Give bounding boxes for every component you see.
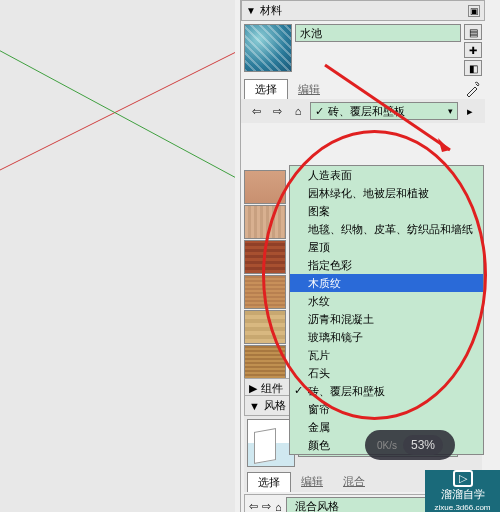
watermark-url: zixue.3d66.com [434, 503, 490, 512]
category-menu-item[interactable]: 屋顶 [290, 238, 483, 256]
tab-edit[interactable]: 编辑 [288, 80, 330, 99]
material-swatch[interactable] [244, 24, 292, 72]
style-thumbnail[interactable] [247, 419, 295, 467]
material-thumb[interactable] [244, 275, 286, 309]
style-tab-edit[interactable]: 编辑 [291, 472, 333, 492]
play-icon: ▷ [453, 470, 473, 487]
speed-label: 0K/s [377, 440, 397, 451]
category-menu-item[interactable]: 砖、覆层和壁板 [290, 382, 483, 400]
bottom-nav-back-icon[interactable]: ⇦ [249, 500, 258, 512]
styles-title: 风格 [264, 398, 286, 413]
category-menu-item[interactable]: 沥青和混凝土 [290, 310, 483, 328]
materials-title: 材料 [260, 3, 282, 18]
bottom-home-icon[interactable]: ⌂ [275, 501, 282, 513]
collapse-arrow-icon: ▶ [249, 382, 257, 395]
category-menu-item[interactable]: 人造表面 [290, 166, 483, 184]
material-thumb[interactable] [244, 240, 286, 274]
category-menu-item[interactable]: 地毯、织物、皮革、纺织品和墙纸 [290, 220, 483, 238]
material-tabs: 选择 编辑 [241, 79, 485, 99]
collapse-arrow-icon: ▼ [249, 400, 260, 412]
materials-panel-header[interactable]: ▼ 材料 ▣ [241, 0, 485, 21]
check-icon: ✓ [315, 105, 324, 118]
set-default-icon[interactable]: ◧ [464, 60, 482, 76]
bottom-nav-fwd-icon[interactable]: ⇨ [262, 500, 271, 512]
category-menu-item[interactable]: 窗帘 [290, 400, 483, 418]
material-nav-row: ⇦ ⇨ ⌂ ✓ 砖、覆层和壁板 ▾ ▸ [241, 99, 485, 123]
category-menu-item[interactable]: 园林绿化、地被层和植被 [290, 184, 483, 202]
svg-rect-0 [0, 0, 235, 512]
material-name-input[interactable] [295, 24, 461, 42]
status-overlay: 0K/s 53% [365, 430, 455, 460]
collapse-arrow-icon: ▼ [246, 5, 256, 16]
watermark-brand: 溜溜自学 [441, 487, 485, 502]
create-material-icon[interactable]: ✚ [464, 42, 482, 58]
category-menu-item[interactable]: 瓦片 [290, 346, 483, 364]
tab-select[interactable]: 选择 [244, 79, 288, 99]
chevron-down-icon: ▾ [448, 106, 453, 116]
details-icon[interactable]: ▸ [461, 103, 479, 119]
material-thumb[interactable] [244, 345, 286, 379]
material-thumb[interactable] [244, 310, 286, 344]
category-menu-item[interactable]: 木质纹 [290, 274, 483, 292]
eyedropper-icon[interactable] [464, 80, 482, 98]
category-menu-item[interactable]: 水纹 [290, 292, 483, 310]
close-icon[interactable]: ▣ [468, 5, 480, 17]
percent-label: 53% [403, 435, 443, 455]
category-menu-item[interactable]: 石头 [290, 364, 483, 382]
watermark: ▷ 溜溜自学 zixue.3d66.com [425, 470, 500, 512]
category-menu-item[interactable]: 图案 [290, 202, 483, 220]
category-menu-item[interactable]: 指定色彩 [290, 256, 483, 274]
material-thumb[interactable] [244, 205, 286, 239]
viewport-3d[interactable] [0, 0, 235, 512]
display-secondary-pane-icon[interactable]: ▤ [464, 24, 482, 40]
style-tab-select[interactable]: 选择 [247, 472, 291, 492]
style-tab-mix[interactable]: 混合 [333, 472, 375, 492]
category-dropdown[interactable]: ✓ 砖、覆层和壁板 ▾ [310, 102, 458, 120]
material-thumb[interactable] [244, 170, 286, 204]
home-icon[interactable]: ⌂ [289, 103, 307, 119]
back-icon[interactable]: ⇦ [247, 103, 265, 119]
forward-icon[interactable]: ⇨ [268, 103, 286, 119]
material-thumbnails [244, 170, 286, 380]
components-title: 组件 [261, 381, 283, 396]
category-label: 砖、覆层和壁板 [328, 104, 405, 119]
category-menu-item[interactable]: 玻璃和镜子 [290, 328, 483, 346]
category-menu: 人造表面园林绿化、地被层和植被图案地毯、织物、皮革、纺织品和墙纸屋顶指定色彩木质… [289, 165, 484, 455]
material-preview-row: ▤ ✚ ◧ [241, 21, 485, 79]
